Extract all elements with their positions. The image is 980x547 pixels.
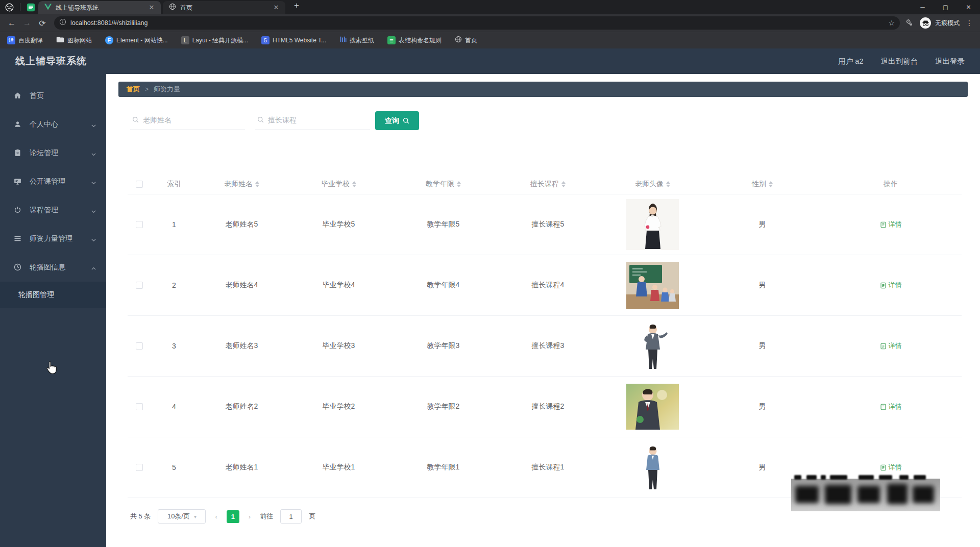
tab-close-icon[interactable]: ✕ [148,4,156,12]
cell-course: 擅长课程2 [496,402,600,411]
bookmark-naming-rules[interactable]: ≣ 表结构命名规则 [387,36,442,45]
sidebar-item-carousel-info[interactable]: 轮播图信息 [0,253,106,282]
row-checkbox[interactable] [136,342,143,350]
col-teacher-name[interactable]: 老师姓名 [197,180,286,189]
bookmark-star-icon[interactable]: ☆ [888,19,895,27]
breadcrumb: 首页 > 师资力量 [118,82,968,97]
notes-pinned-tab-icon[interactable] [27,3,35,12]
page-size-select[interactable]: 10条/页 ▾ [158,509,206,524]
bookmark-wallpaper[interactable]: 搜索壁纸 [339,36,374,45]
close-button[interactable]: ✕ [957,0,980,14]
address-bar[interactable]: localhost:8081/#/shizililiang ☆ [54,16,900,30]
cell-index: 4 [151,403,197,411]
row-checkbox[interactable] [136,403,143,410]
document-icon [880,221,887,228]
sort-icon[interactable] [666,181,670,187]
query-button[interactable]: 查询 [375,111,419,130]
minimize-button[interactable]: ─ [911,0,934,14]
cell-index: 2 [151,281,197,289]
col-course[interactable]: 擅长课程 [496,180,600,189]
cell-school: 毕业学校3 [286,341,391,351]
incognito-chip[interactable]: 无痕模式 [920,17,960,29]
sidebar-item-teacher-management[interactable]: 师资力量管理 [0,225,106,253]
sidebar-item-home[interactable]: 首页 [0,82,106,110]
select-all-cell [128,181,151,188]
back-icon[interactable]: ← [5,16,18,30]
tab-close-icon[interactable]: ✕ [272,4,280,12]
col-school[interactable]: 毕业学校 [286,180,391,189]
row-checkbox[interactable] [136,282,143,289]
col-years[interactable]: 教学年限 [391,180,496,189]
bookmark-home[interactable]: 首页 [455,36,477,45]
col-avatar[interactable]: 老师头像 [600,180,705,189]
bookmark-element[interactable]: E Element - 网站快... [105,36,168,45]
sort-icon[interactable] [255,181,259,187]
row-checkbox[interactable] [136,464,143,471]
current-user-label: 用户 a2 [838,57,863,66]
new-tab-button[interactable]: + [290,0,303,12]
cell-school: 毕业学校2 [286,402,391,411]
cell-years: 教学年限4 [391,281,496,290]
detail-link[interactable]: 详情 [880,463,902,472]
app-header: 线上辅导班系统 用户 a2 退出到前台 退出登录 [0,48,980,74]
breadcrumb-home-link[interactable]: 首页 [127,85,140,94]
current-page[interactable]: 1 [227,510,239,523]
detail-link[interactable]: 详情 [880,281,902,290]
maximize-button[interactable]: ▢ [934,0,957,14]
cell-name: 老师姓名1 [197,463,286,472]
teachers-table: 索引 老师姓名 毕业学校 教学年限 擅长课程 老师头像 性别 操作 1 老师姓名… [128,174,962,498]
folder-icon [56,36,64,45]
browser-menu-icon[interactable]: ⋮ [966,19,973,27]
sort-icon[interactable] [769,181,773,187]
row-checkbox[interactable] [136,221,143,228]
logout-link[interactable]: 退出登录 [935,57,965,66]
bookmark-baidu-translate[interactable]: 译 百度翻译 [7,36,43,45]
layui-icon: L [181,36,189,44]
tab-inactive[interactable]: 首页 ✕ [163,1,285,14]
col-gender[interactable]: 性别 [705,180,820,189]
sidebar-item-open-course-management[interactable]: 公开课管理 [0,167,106,196]
document-icon [880,282,887,289]
detail-link[interactable]: 详情 [880,220,902,229]
goto-page-input[interactable] [280,509,302,524]
browser-logo-icon[interactable] [5,3,14,12]
sort-icon[interactable] [561,181,566,187]
prev-page-icon[interactable]: ‹ [213,513,219,520]
teacher-name-input[interactable]: 老师姓名 [130,112,245,130]
sort-icon[interactable] [457,181,461,187]
pagination: 共 5 条 10条/页 ▾ ‹ 1 › 前往 页 [118,509,968,524]
cell-index: 5 [151,463,197,471]
bookmark-layui[interactable]: L Layui - 经典开源模... [181,36,248,45]
exit-to-front-link[interactable]: 退出到前台 [881,57,918,66]
tab-separator [20,3,20,11]
chevron-down-icon [91,207,97,213]
bookmark-html5[interactable]: 5 HTML5 Website T... [261,36,326,44]
chevron-up-icon [91,264,97,270]
bookmark-icon-site[interactable]: 图标网站 [56,36,92,45]
sort-icon[interactable] [352,181,356,187]
cell-name: 老师姓名3 [197,341,286,351]
sidebar-item-course-management[interactable]: 课程管理 [0,196,106,225]
forward-icon[interactable]: → [20,16,34,30]
sidebar-item-personal-center[interactable]: 个人中心 [0,110,106,139]
vue-logo-icon [44,3,52,12]
key-icon[interactable] [905,18,914,29]
course-input[interactable]: 擅长课程 [255,112,370,130]
reload-icon[interactable]: ⟳ [36,16,49,30]
tab-active[interactable]: 线上辅导班系统 ✕ [38,1,161,14]
teacher-photo-male-suit [634,321,671,370]
url-text[interactable]: localhost:8081/#/shizililiang [70,19,884,27]
content-area: 首页 > 师资力量 老师姓名 擅长课程 查询 [106,74,980,547]
select-all-checkbox[interactable] [136,181,143,188]
sidebar-subitem-carousel-management[interactable]: 轮播图管理 [0,282,106,308]
clock-icon [13,263,22,272]
mouse-hand-cursor [45,361,58,377]
sidebar-item-forum-management[interactable]: 论坛管理 [0,139,106,167]
next-page-icon[interactable]: › [247,513,253,520]
teacher-photo-classroom [626,262,679,309]
cell-years: 教学年限5 [391,220,496,229]
info-icon[interactable] [59,18,66,28]
browser-toolbar: ← → ⟳ localhost:8081/#/shizililiang ☆ 无痕… [0,14,980,32]
detail-link[interactable]: 详情 [880,341,902,351]
detail-link[interactable]: 详情 [880,402,902,411]
